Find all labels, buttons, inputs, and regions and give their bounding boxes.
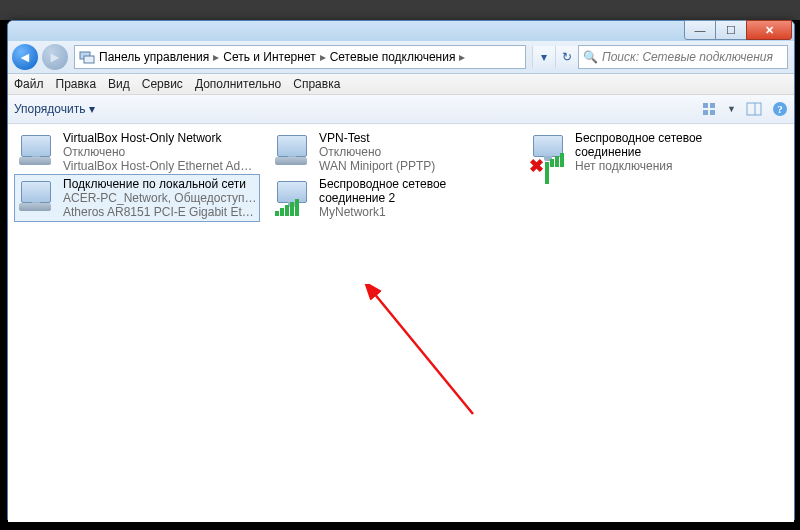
- chevron-down-icon: ▾: [89, 102, 95, 116]
- chevron-right-icon[interactable]: ▸: [209, 50, 223, 64]
- svg-rect-5: [710, 110, 715, 115]
- connection-virtualbox[interactable]: VirtualBox Host-Only Network Отключено V…: [14, 128, 260, 176]
- menu-file[interactable]: Файл: [14, 77, 44, 91]
- maximize-button[interactable]: ☐: [715, 20, 747, 40]
- connection-name: Беспроводное сетевое соединение: [575, 131, 769, 159]
- close-button[interactable]: ✕: [746, 20, 792, 40]
- connection-wireless1[interactable]: ✖ Беспроводное сетевое соединение Нет по…: [526, 128, 772, 176]
- back-button[interactable]: ◄: [12, 44, 38, 70]
- connection-status: Отключено: [63, 145, 252, 159]
- wifi-disconnected-icon: ✖: [529, 131, 569, 171]
- toolbar: Упорядочить ▾ ▼ ?: [8, 95, 794, 124]
- svg-rect-3: [710, 103, 715, 108]
- breadcrumb[interactable]: Панель управления: [99, 50, 209, 64]
- connection-status: MyNetwork1: [319, 205, 513, 219]
- connection-wireless2[interactable]: Беспроводное сетевое соединение 2 MyNetw…: [270, 174, 516, 222]
- address-bar[interactable]: Панель управления ▸ Сеть и Интернет ▸ Се…: [74, 45, 526, 69]
- wifi-adapter-icon: [273, 177, 313, 217]
- preview-pane-button[interactable]: [746, 101, 762, 117]
- nav-row: ◄ ► Панель управления ▸ Сеть и Интернет …: [8, 41, 794, 74]
- connection-lan-selected[interactable]: Подключение по локальной сети ACER-PC_Ne…: [14, 174, 260, 222]
- svg-text:?: ?: [777, 103, 783, 115]
- menu-bar: Файл Правка Вид Сервис Дополнительно Спр…: [8, 74, 794, 95]
- organize-button[interactable]: Упорядочить ▾: [14, 102, 95, 116]
- help-button[interactable]: ?: [772, 101, 788, 117]
- connection-name: VirtualBox Host-Only Network: [63, 131, 252, 145]
- connection-device: Atheros AR8151 PCI-E Gigabit Eth…: [63, 205, 257, 219]
- explorer-window: — ☐ ✕ ◄ ► Панель управления ▸ Сеть и Инт…: [7, 20, 795, 520]
- breadcrumb[interactable]: Сеть и Интернет: [223, 50, 315, 64]
- breadcrumb[interactable]: Сетевые подключения: [330, 50, 456, 64]
- svg-rect-1: [84, 56, 94, 63]
- connection-name: Беспроводное сетевое соединение 2: [319, 177, 513, 205]
- svg-rect-6: [747, 103, 761, 115]
- connection-device: WAN Miniport (PPTP): [319, 159, 435, 173]
- menu-service[interactable]: Сервис: [142, 77, 183, 91]
- chevron-right-icon[interactable]: ▸: [455, 50, 469, 64]
- chevron-down-icon[interactable]: ▼: [727, 104, 736, 114]
- menu-help[interactable]: Справка: [293, 77, 340, 91]
- search-icon: 🔍: [583, 50, 598, 64]
- connection-name: Подключение по локальной сети: [63, 177, 257, 191]
- organize-label: Упорядочить: [14, 102, 85, 116]
- lan-adapter-icon: [17, 177, 57, 217]
- dropdown-history-button[interactable]: ▾: [532, 46, 555, 68]
- titlebar[interactable]: — ☐ ✕: [8, 21, 794, 41]
- chevron-right-icon[interactable]: ▸: [316, 50, 330, 64]
- search-input[interactable]: 🔍 Поиск: Сетевые подключения: [578, 45, 788, 69]
- refresh-button[interactable]: ↻: [555, 46, 578, 68]
- connection-device: VirtualBox Host-Only Ethernet Ad…: [63, 159, 252, 173]
- svg-rect-2: [703, 103, 708, 108]
- menu-extra[interactable]: Дополнительно: [195, 77, 281, 91]
- view-options-button[interactable]: [701, 101, 717, 117]
- lan-adapter-icon: [273, 131, 313, 171]
- menu-view[interactable]: Вид: [108, 77, 130, 91]
- watermark: club Sovet: [725, 482, 791, 524]
- forward-button[interactable]: ►: [42, 44, 68, 70]
- content-area[interactable]: VirtualBox Host-Only Network Отключено V…: [8, 124, 794, 522]
- network-icon: [79, 49, 95, 65]
- lan-adapter-icon: [17, 131, 57, 171]
- svg-rect-4: [703, 110, 708, 115]
- connection-status: Отключено: [319, 145, 435, 159]
- search-placeholder: Поиск: Сетевые подключения: [602, 50, 773, 64]
- svg-line-10: [373, 292, 473, 414]
- connection-name: VPN-Test: [319, 131, 435, 145]
- connection-vpntest[interactable]: VPN-Test Отключено WAN Miniport (PPTP): [270, 128, 516, 176]
- minimize-button[interactable]: —: [684, 20, 716, 40]
- menu-edit[interactable]: Правка: [56, 77, 97, 91]
- connection-status: ACER-PC_Network, Общедоступ…: [63, 191, 257, 205]
- annotation-arrow: [363, 284, 483, 424]
- connection-status: Нет подключения: [575, 159, 769, 173]
